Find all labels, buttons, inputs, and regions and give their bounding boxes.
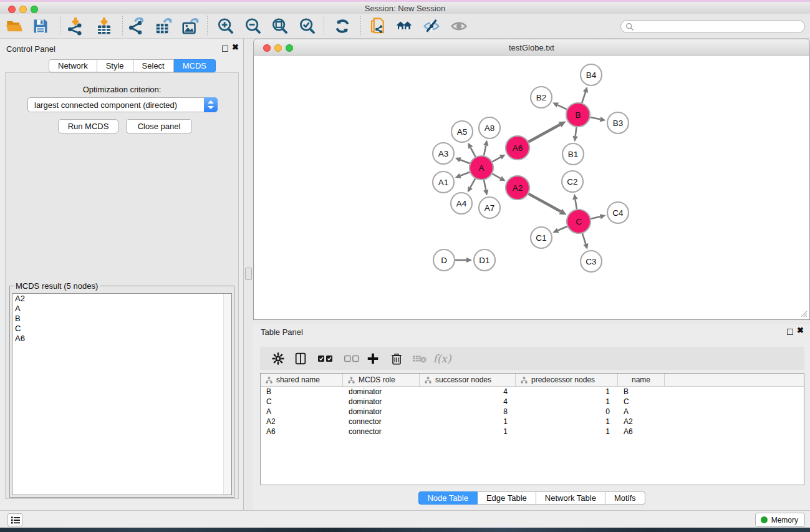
run-mcds-button[interactable]: Run MCDS <box>58 119 118 133</box>
zoom-selected-button[interactable] <box>296 16 319 37</box>
resize-grip-icon[interactable] <box>799 309 808 317</box>
zoom-in-button[interactable] <box>214 16 238 37</box>
mcds-result-item[interactable]: B <box>12 314 231 324</box>
table-cell[interactable]: C <box>618 397 665 407</box>
table-cell[interactable]: C <box>261 397 343 407</box>
table-tab-node-table[interactable]: Node Table <box>418 491 478 505</box>
select-all-button[interactable] <box>315 348 336 369</box>
edge-A-A4[interactable] <box>470 178 475 187</box>
table-cell[interactable]: connector <box>343 417 420 427</box>
tab-select[interactable]: Select <box>133 59 174 72</box>
edge-A6-B[interactable] <box>529 125 560 142</box>
table-cell[interactable]: 0 <box>516 407 618 417</box>
table-cell[interactable]: 8 <box>420 407 516 417</box>
tab-style[interactable]: Style <box>97 59 133 72</box>
table-cell[interactable]: A2 <box>618 417 665 427</box>
table-cell[interactable]: dominator <box>343 397 420 407</box>
mcds-result-item[interactable]: A <box>12 304 231 314</box>
tab-network[interactable]: Network <box>49 59 97 72</box>
search-input[interactable] <box>634 22 804 31</box>
table-row[interactable]: Adominator80A <box>261 407 804 417</box>
float-table-panel-icon[interactable] <box>787 329 793 335</box>
zoom-out-button[interactable] <box>241 16 265 37</box>
table-row[interactable]: A6connector11A6 <box>261 427 804 437</box>
column-header-predecessor-nodes[interactable]: predecessor nodes <box>516 374 618 386</box>
table-tab-network-table[interactable]: Network Table <box>536 491 605 505</box>
import-table-button[interactable] <box>92 16 116 37</box>
table-cell[interactable]: 1 <box>516 397 618 407</box>
first-neighbors-button[interactable] <box>392 16 416 37</box>
column-header-name[interactable]: name <box>618 374 665 386</box>
list-scrollbar[interactable] <box>223 294 231 495</box>
table-cell[interactable]: A6 <box>261 427 343 437</box>
table-cell[interactable]: B <box>618 387 665 397</box>
export-network-button[interactable] <box>125 16 148 37</box>
edge-B-B2[interactable] <box>557 105 567 109</box>
close-table-panel-icon[interactable]: ✖ <box>797 326 804 335</box>
edge-A-A7[interactable] <box>484 180 486 190</box>
task-history-button[interactable] <box>7 513 23 526</box>
delete-columns-button[interactable] <box>386 348 407 369</box>
memory-button[interactable]: Memory <box>755 513 805 527</box>
edge-A-A6[interactable] <box>493 157 501 162</box>
table-cell[interactable]: A6 <box>618 427 665 437</box>
export-image-button[interactable] <box>178 16 202 37</box>
edge-C-C2[interactable] <box>575 200 576 210</box>
table-row[interactable]: Cdominator41C <box>261 397 804 407</box>
edge-A2-C[interactable] <box>529 194 561 211</box>
split-table-button[interactable] <box>290 348 311 369</box>
table-cell[interactable]: dominator <box>343 407 420 417</box>
open-session-button[interactable] <box>2 16 26 37</box>
edge-B-B1[interactable] <box>576 127 577 136</box>
table-cell[interactable]: dominator <box>343 387 420 397</box>
column-settings-button[interactable] <box>268 348 289 369</box>
edge-C-C4[interactable] <box>591 216 600 218</box>
edge-C-C1[interactable] <box>558 226 567 231</box>
export-table-button[interactable] <box>152 16 175 37</box>
edge-B-B4[interactable] <box>582 92 586 103</box>
show-all-button[interactable] <box>447 16 471 37</box>
edge-A-A1[interactable] <box>460 172 470 176</box>
close-panel-icon[interactable]: ✖ <box>232 42 239 52</box>
float-panel-icon[interactable] <box>222 46 228 52</box>
network-window-titlebar[interactable]: testGlobe.txt <box>253 39 810 56</box>
table-cell[interactable]: A <box>618 407 665 417</box>
mcds-result-list[interactable]: A2ABCA6 <box>12 293 232 495</box>
optimization-criterion-select[interactable]: largest connected component (directed) <box>27 97 218 112</box>
delete-table-button[interactable] <box>409 348 430 369</box>
edge-A-A5[interactable] <box>471 148 476 157</box>
save-session-button[interactable] <box>29 16 52 37</box>
edge-A-A3[interactable] <box>460 160 470 163</box>
mcds-result-item[interactable]: A2 <box>12 294 231 304</box>
table-cell[interactable]: 1 <box>516 387 618 397</box>
table-row[interactable]: Bdominator41B <box>261 387 804 397</box>
table-cell[interactable]: 1 <box>420 417 516 427</box>
mcds-result-item[interactable]: C <box>12 324 231 334</box>
table-cell[interactable]: A2 <box>261 417 343 427</box>
close-panel-button[interactable]: Close panel <box>126 119 192 133</box>
edge-A-A2[interactable] <box>493 174 501 178</box>
network-canvas[interactable]: B4B2BB3A5A8A6A3B1AA1A2C2A4A7C4CC1C3DD1 <box>253 56 810 320</box>
table-tab-motifs[interactable]: Motifs <box>605 491 645 505</box>
search-field[interactable] <box>620 20 805 33</box>
deselect-all-button[interactable] <box>341 348 362 369</box>
table-tab-edge-table[interactable]: Edge Table <box>478 491 536 505</box>
table-cell[interactable]: B <box>261 387 343 397</box>
add-column-button[interactable] <box>362 348 383 369</box>
column-header-shared-name[interactable]: shared name <box>261 374 343 386</box>
hide-selected-button[interactable] <box>420 16 443 37</box>
refresh-button[interactable] <box>330 16 354 37</box>
table-cell[interactable]: 1 <box>516 427 618 437</box>
table-cell[interactable]: 1 <box>516 417 618 427</box>
column-header-successor-nodes[interactable]: successor nodes <box>420 374 516 386</box>
table-cell[interactable]: connector <box>343 427 420 437</box>
function-builder-button[interactable]: f(x) <box>430 348 455 369</box>
edge-A-A8[interactable] <box>484 145 486 155</box>
new-network-from-selection-button[interactable] <box>366 16 390 37</box>
mcds-result-item[interactable]: A6 <box>12 334 231 344</box>
left-splitter-handle[interactable] <box>245 268 252 280</box>
tab-mcds[interactable]: MCDS <box>174 59 216 72</box>
table-cell[interactable]: A <box>261 407 343 417</box>
table-row[interactable]: A2connector11A2 <box>261 417 804 427</box>
import-network-button[interactable] <box>64 16 87 37</box>
